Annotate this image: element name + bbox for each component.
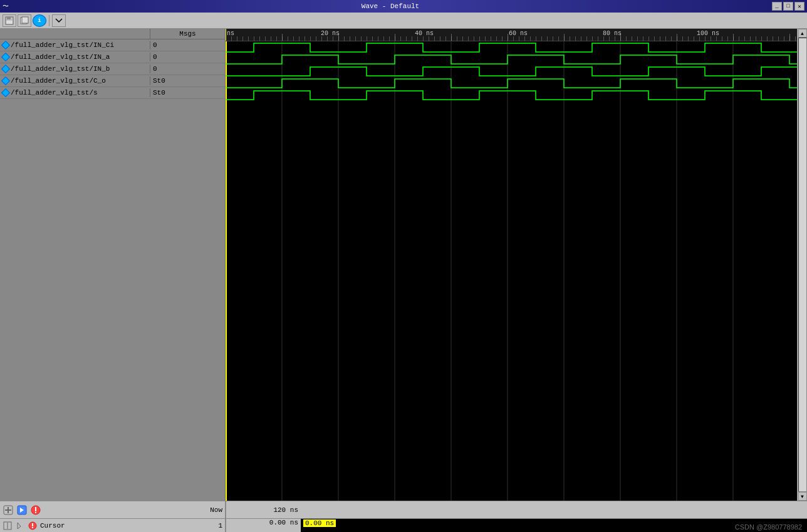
- waveform-svg: [226, 41, 807, 501]
- wave-area[interactable]: ns20 ns40 ns60 ns80 ns100 ns: [226, 29, 807, 501]
- cursor-left: Cursor 1: [0, 519, 226, 532]
- timeline-label-4: 80 ns: [603, 30, 622, 37]
- left-panel: Msgs /full_adder_vlg_tst/IN_Ci 0 /full_a…: [0, 29, 226, 501]
- signal-row-0[interactable]: /full_adder_vlg_tst/IN_Ci 0: [0, 39, 225, 51]
- signal-name-4: /full_adder_vlg_tst/s: [0, 88, 150, 97]
- main-content: Msgs /full_adder_vlg_tst/IN_Ci 0 /full_a…: [0, 29, 807, 501]
- cursor-icon-1: [3, 521, 13, 531]
- signal-value-4: St0: [150, 88, 225, 97]
- signal-name-0: /full_adder_vlg_tst/IN_Ci: [0, 41, 150, 50]
- status-bar: Now 120 ns: [0, 501, 807, 518]
- signal-diamond-0: [1, 41, 10, 50]
- svg-rect-4: [22, 17, 28, 23]
- now-label: Now: [210, 506, 222, 514]
- cursor-time-box: 0.00 ns: [226, 519, 301, 532]
- timeline-svg: ns20 ns40 ns60 ns80 ns100 ns: [226, 29, 807, 41]
- status-icon-1: [3, 504, 14, 516]
- cursor-right: 0.00 ns: [301, 519, 807, 532]
- svg-rect-1: [7, 17, 11, 19]
- now-value: 120 ns: [226, 501, 301, 518]
- toolbar: i: [0, 13, 807, 29]
- status-left: Now: [0, 501, 226, 518]
- svg-rect-10: [226, 41, 807, 501]
- svg-rect-27: [35, 507, 36, 511]
- signal-value-2: 0: [150, 65, 225, 73]
- scroll-down-button[interactable]: ▼: [798, 492, 807, 501]
- signal-name-3: /full_adder_vlg_tst/C_o: [0, 76, 150, 85]
- toolbar-button-3[interactable]: i: [33, 14, 46, 27]
- title-bar: 〜 Wave - Default _ □ ✕: [0, 0, 807, 13]
- timeline-label-0: ns: [227, 30, 234, 37]
- status-right: [301, 501, 807, 518]
- signal-value-1: 0: [150, 53, 225, 61]
- timeline-ruler: ns20 ns40 ns60 ns80 ns100 ns: [226, 29, 807, 41]
- svg-rect-33: [32, 527, 33, 528]
- cursor-icon-2: [15, 521, 25, 531]
- svg-rect-23: [8, 507, 9, 513]
- toolbar-button-2[interactable]: [18, 14, 31, 27]
- wave-canvas[interactable]: [226, 41, 807, 501]
- signal-diamond-3: [1, 76, 10, 85]
- svg-rect-2: [6, 21, 13, 24]
- signal-name-2: /full_adder_vlg_tst/IN_b: [0, 65, 150, 73]
- title-bar-controls: _ □ ✕: [772, 2, 804, 11]
- timeline-label-5: 100 ns: [697, 30, 719, 37]
- scroll-track-v[interactable]: [798, 38, 807, 492]
- watermark: CSDN @Z980778982: [735, 523, 802, 531]
- signal-row-1[interactable]: /full_adder_vlg_tst/IN_a 0: [0, 51, 225, 63]
- signal-row-2[interactable]: /full_adder_vlg_tst/IN_b 0: [0, 63, 225, 75]
- cursor-num: 1: [218, 522, 222, 529]
- signal-diamond-1: [1, 53, 10, 61]
- signals-empty-area: [0, 99, 225, 501]
- toolbar-button-4[interactable]: [52, 14, 66, 27]
- maximize-button[interactable]: □: [783, 2, 793, 11]
- signal-rows: /full_adder_vlg_tst/IN_Ci 0 /full_adder_…: [0, 39, 225, 99]
- status-icon-2: [16, 504, 28, 516]
- signal-value-0: 0: [150, 41, 225, 50]
- timeline-label-3: 60 ns: [509, 30, 528, 37]
- status-icon-3: [30, 504, 41, 516]
- cursor-time-display: 0.00 ns: [303, 519, 336, 527]
- timeline-label-1: 20 ns: [321, 30, 340, 37]
- toolbar-separator-1: [49, 15, 49, 26]
- signal-row-3[interactable]: /full_adder_vlg_tst/C_o St0: [0, 75, 225, 87]
- svg-rect-28: [35, 512, 36, 513]
- timeline-label-2: 40 ns: [415, 30, 434, 37]
- signal-diamond-2: [1, 65, 10, 73]
- scroll-up-button[interactable]: ▲: [798, 29, 807, 38]
- cursor-bar: Cursor 1 0.00 ns 0.00 ns: [0, 518, 807, 532]
- signal-diamond-4: [1, 88, 10, 97]
- signal-row-4[interactable]: /full_adder_vlg_tst/s St0: [0, 87, 225, 99]
- right-scrollbar[interactable]: ▲ ▼: [797, 29, 807, 501]
- title-bar-text: Wave - Default: [362, 3, 419, 10]
- title-bar-icon: 〜: [3, 2, 9, 11]
- signal-value-3: St0: [150, 76, 225, 85]
- close-button[interactable]: ✕: [794, 2, 804, 11]
- cursor-label: Cursor: [40, 522, 65, 529]
- minimize-button[interactable]: _: [772, 2, 782, 11]
- signal-header-msgs: Msgs: [150, 29, 225, 39]
- cursor-icon-3: [28, 521, 38, 531]
- signal-header: Msgs: [0, 29, 225, 39]
- toolbar-button-1[interactable]: [3, 14, 16, 27]
- signal-header-name: [0, 29, 150, 39]
- svg-rect-32: [32, 523, 33, 526]
- signal-name-1: /full_adder_vlg_tst/IN_a: [0, 53, 150, 61]
